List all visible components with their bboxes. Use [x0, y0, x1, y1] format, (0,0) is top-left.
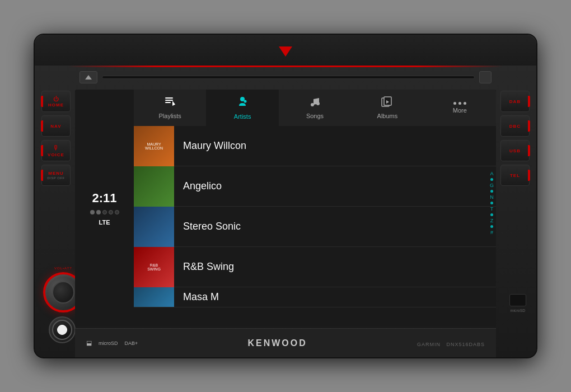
artist-name: Stereo Sonic [183, 221, 241, 232]
microsd-label: microSD [511, 309, 526, 312]
svg-point-6 [316, 102, 320, 105]
alpha-dot [490, 178, 493, 181]
dab-label: DAB [509, 99, 521, 104]
signal-dot-2 [96, 210, 101, 214]
svg-point-5 [311, 103, 314, 106]
artist-name: Maury Willcon [183, 140, 246, 152]
alpha-g[interactable]: G [490, 183, 494, 188]
svg-point-3 [240, 97, 245, 101]
eject-icon [85, 75, 92, 80]
tab-more[interactable]: More [424, 90, 496, 126]
artist-icon [236, 96, 249, 111]
artist-item[interactable]: MAURYWILLCON Maury Willcon [134, 126, 496, 166]
right-button-group: DAB DBC USB TEL [500, 91, 530, 186]
more-icon [453, 102, 466, 105]
svg-point-4 [244, 100, 247, 103]
menu-button[interactable]: MENU DISP OFF [41, 165, 71, 186]
artist-name: Angelico [183, 180, 222, 192]
cd-slot [102, 76, 475, 79]
alpha-hash[interactable]: # [490, 230, 493, 235]
tab-albums[interactable]: Albums [351, 90, 423, 126]
vol-label: VOL•ATT [54, 267, 72, 270]
artist-item[interactable]: Masa M [134, 287, 496, 307]
tab-songs[interactable]: Songs [279, 90, 351, 126]
svg-rect-1 [165, 100, 173, 101]
artists-tab-label: Artists [234, 113, 251, 120]
artist-thumbnail: R&BSWING [134, 247, 174, 287]
back-button[interactable] [49, 316, 76, 343]
dbc-label: DBC [509, 124, 521, 129]
artist-name: Masa M [183, 291, 219, 303]
voice-button[interactable]: 🎙 VOICE [41, 140, 71, 161]
tel-label: TEL [510, 173, 520, 178]
brand-name: KENWOOD [247, 338, 307, 348]
signal-dot-1 [90, 210, 95, 214]
artist-thumbnail [134, 287, 174, 307]
microsd-icon: microSD [99, 340, 118, 346]
signal-indicator [90, 210, 119, 214]
svg-rect-0 [165, 97, 173, 99]
top-decorative-bar [35, 35, 536, 66]
tab-playlists[interactable]: Playlists [134, 90, 206, 126]
tel-button[interactable]: TEL [500, 165, 530, 186]
cd-slot-area [79, 69, 492, 85]
menu-label: MENU [48, 171, 64, 176]
artist-item[interactable]: Stereo Sonic [134, 207, 496, 247]
more-tab-label: More [453, 107, 467, 114]
disp-off-label: DISP OFF [47, 176, 65, 180]
alpha-z[interactable]: Z [490, 218, 494, 223]
alpha-a[interactable]: A [490, 171, 493, 176]
tab-bar: Playlists Artists [134, 90, 496, 126]
usb-button[interactable]: USB [500, 140, 530, 161]
microsd-area: microSD [509, 294, 526, 312]
artist-item[interactable]: R&BSWING R&B Swing [134, 247, 496, 287]
tab-artists[interactable]: Artists [206, 90, 278, 126]
network-badge: LTE [99, 219, 110, 226]
dbc-button[interactable]: DBC [500, 115, 530, 137]
bottom-bar: ⬓ microSD DAB+ KENWOOD GARMIN DNX516DABS [75, 328, 496, 357]
home-button[interactable]: ⏻ HOME [41, 91, 71, 112]
playlists-tab-label: Playlists [159, 113, 181, 119]
artist-thumbnail: MAURYWILLCON [134, 126, 174, 166]
head-unit: ⏻ HOME NAV 🎙 VOICE MENU DISP OFF VOL•ATT [34, 34, 537, 358]
microsd-slot[interactable] [509, 294, 526, 306]
svg-rect-2 [165, 102, 171, 103]
alpha-dot [490, 225, 493, 228]
nav-label: NAV [50, 124, 61, 129]
model-label: DNX516DABS [446, 342, 485, 347]
artist-thumbnail [134, 207, 174, 247]
back-button-area [49, 316, 76, 343]
triangle-indicator [279, 46, 292, 57]
home-label: HOME [48, 102, 64, 108]
artist-list: MAURYWILLCON Maury Willcon Angelico [134, 126, 496, 326]
bluetooth-icon: ⬓ [86, 339, 92, 347]
signal-dot-4 [109, 210, 113, 214]
dab-plus-icon: DAB+ [125, 340, 138, 346]
screen: 2:11 LTE [75, 90, 496, 326]
albums-tab-label: Albums [377, 113, 398, 119]
alpha-n[interactable]: N [490, 194, 494, 200]
alpha-t[interactable]: T [490, 206, 494, 212]
alpha-dot [490, 190, 493, 193]
slot-button[interactable] [479, 71, 492, 83]
back-button-ring [52, 320, 72, 340]
garmin-label: GARMIN [417, 342, 441, 347]
dab-button[interactable]: DAB [500, 91, 530, 112]
back-button-center [57, 325, 67, 335]
bottom-icons: ⬓ microSD DAB+ [86, 339, 138, 347]
alphabet-index: A G N T Z # [490, 171, 494, 235]
eject-button[interactable] [79, 71, 97, 83]
volume-knob-inner [52, 281, 74, 304]
artist-item[interactable]: Angelico [134, 166, 496, 207]
albums-icon [381, 96, 394, 110]
voice-label: VOICE [48, 152, 64, 157]
power-icon: ⏻ [53, 96, 59, 102]
alpha-dot [490, 213, 493, 216]
time-display: 2:11 [92, 191, 116, 206]
playlist-icon [164, 96, 176, 110]
songs-tab-label: Songs [306, 113, 324, 119]
artist-name: R&B Swing [183, 261, 234, 273]
nav-button[interactable]: NAV [41, 115, 71, 137]
red-accent-line [68, 66, 503, 67]
signal-dot-5 [115, 210, 119, 214]
